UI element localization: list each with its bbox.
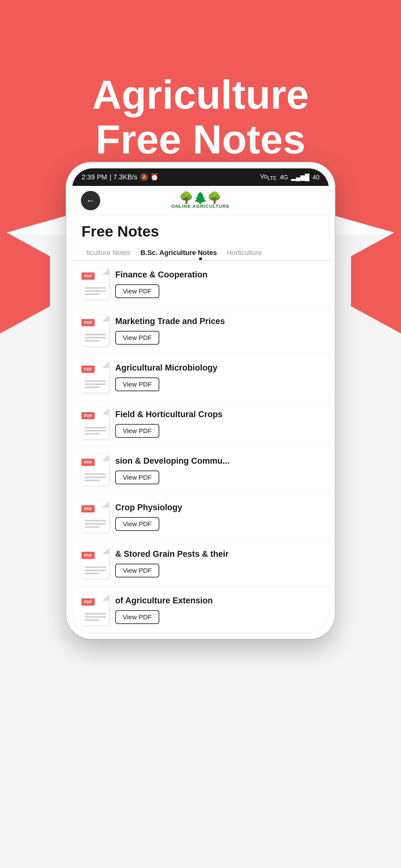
pdf-badge: PDF	[81, 319, 95, 326]
list-item: PDF Agricultural Microbiology View PDF	[72, 354, 329, 400]
pdf-line	[85, 430, 106, 432]
pdf-line	[85, 526, 100, 528]
tabs-container: ticulture Notes B.Sc. Agriculture Notes …	[72, 240, 329, 260]
view-pdf-button[interactable]: View PDF	[115, 610, 159, 624]
item-title: sion & Developing Commu...	[115, 456, 320, 466]
pdf-line	[85, 287, 106, 289]
pdf-line	[85, 573, 100, 574]
pdf-line	[85, 523, 106, 525]
pdf-line	[85, 520, 106, 522]
pdf-icon: PDF	[81, 315, 109, 346]
pdf-corner	[102, 594, 109, 601]
pdf-lines	[85, 520, 106, 528]
list-item: PDF sion & Developing Commu... View PDF	[72, 447, 329, 493]
pdf-icon: PDF	[81, 268, 109, 299]
pdf-corner	[102, 268, 109, 275]
tab-active-indicator	[199, 257, 202, 260]
pdf-badge: PDF	[81, 552, 95, 559]
logo-text: ONLINE AGRICULTURE	[171, 204, 230, 209]
pdf-badge: PDF	[81, 505, 95, 513]
tab-horticulture[interactable]: Horticulture	[222, 246, 267, 260]
pdf-badge: PDF	[81, 598, 95, 606]
pdf-line	[85, 566, 106, 568]
pdf-line	[85, 380, 106, 382]
pdf-line	[85, 334, 106, 335]
view-pdf-button[interactable]: View PDF	[115, 284, 159, 298]
wing-right	[351, 219, 401, 344]
logo-trees-icon: 🌳🌲🌳	[179, 192, 222, 204]
pdf-line	[85, 337, 106, 338]
logo: 🌳🌲🌳 ONLINE AGRICULTURE	[171, 192, 230, 209]
item-content: Finance & Cooperation View PDF	[115, 269, 320, 298]
item-title: Field & Horticultural Crops	[115, 409, 320, 420]
pdf-lines	[85, 334, 106, 342]
pdf-corner	[102, 501, 109, 508]
status-icons: 🔕 ⏰	[140, 173, 159, 181]
list-item: PDF Marketing Trade and Prices View PDF	[72, 307, 329, 354]
back-button[interactable]: ←	[81, 191, 100, 210]
pdf-line	[85, 569, 106, 571]
list-item: PDF Field & Horticultural Crops View PDF	[72, 400, 329, 447]
pdf-line	[85, 479, 100, 481]
hero-title: Agriculture Free Notes	[92, 72, 308, 162]
pdf-line	[85, 433, 100, 435]
notes-list: PDF Finance & Cooperation View PDF	[72, 260, 329, 633]
list-item: PDF of Agriculture Extension View PDF	[72, 587, 329, 633]
pdf-icon: PDF	[81, 548, 109, 579]
pdf-line	[85, 476, 106, 478]
tab-horticulture-notes[interactable]: ticulture Notes	[81, 246, 136, 260]
pdf-line	[85, 386, 100, 388]
phone-outer: 2:39 PM | 7.3KB/s 🔕 ⏰ VoLTE 4G ▂▄▆█ 40 ←	[66, 162, 335, 639]
pdf-corner	[102, 454, 109, 461]
view-pdf-button[interactable]: View PDF	[115, 377, 159, 391]
pdf-line	[85, 613, 106, 615]
pdf-line	[85, 340, 100, 342]
pdf-lines	[85, 566, 106, 574]
pdf-lines	[85, 287, 106, 295]
pdf-icon: PDF	[81, 594, 109, 625]
pdf-line	[85, 619, 100, 621]
pdf-icon: PDF	[81, 361, 109, 393]
item-content: & Stored Grain Pests & their View PDF	[115, 549, 320, 577]
status-speed: | 7.3KB/s	[110, 173, 137, 181]
pdf-line	[85, 473, 106, 475]
pdf-badge: PDF	[81, 273, 95, 280]
phone-inner: 2:39 PM | 7.3KB/s 🔕 ⏰ VoLTE 4G ▂▄▆█ 40 ←	[72, 168, 329, 633]
item-content: of Agriculture Extension View PDF	[115, 595, 320, 624]
app-header: ← 🌳🌲🌳 ONLINE AGRICULTURE	[72, 186, 329, 215]
pdf-line	[85, 383, 106, 385]
wing-left	[0, 219, 50, 344]
list-item: PDF Crop Physiology View PDF	[72, 493, 329, 540]
status-bar: 2:39 PM | 7.3KB/s 🔕 ⏰ VoLTE 4G ▂▄▆█ 40	[72, 168, 329, 186]
pdf-lines	[85, 473, 106, 481]
network-type: 4G	[280, 174, 288, 181]
list-item: PDF Finance & Cooperation View PDF	[72, 260, 329, 307]
item-content: Field & Horticultural Crops View PDF	[115, 409, 320, 437]
signal-bars: ▂▄▆█	[291, 174, 309, 181]
item-content: Crop Physiology View PDF	[115, 502, 320, 531]
pdf-icon: PDF	[81, 501, 109, 532]
pdf-line	[85, 427, 106, 428]
page-title: Free Notes	[72, 215, 329, 240]
pdf-line	[85, 290, 106, 292]
view-pdf-button[interactable]: View PDF	[115, 517, 159, 531]
pdf-corner	[102, 548, 109, 554]
pdf-line	[85, 293, 100, 295]
pdf-icon: PDF	[81, 408, 109, 439]
view-pdf-button[interactable]: View PDF	[115, 331, 159, 345]
item-title: Marketing Trade and Prices	[115, 316, 320, 327]
status-left: 2:39 PM | 7.3KB/s 🔕 ⏰	[81, 173, 159, 181]
pdf-lines	[85, 380, 106, 388]
pdf-corner	[102, 408, 109, 415]
pdf-corner	[102, 315, 109, 321]
view-pdf-button[interactable]: View PDF	[115, 424, 159, 438]
tab-bsc-agriculture[interactable]: B.Sc. Agriculture Notes	[136, 246, 222, 260]
pdf-badge: PDF	[81, 412, 95, 419]
item-title: & Stored Grain Pests & their	[115, 549, 320, 560]
view-pdf-button[interactable]: View PDF	[115, 564, 159, 578]
item-title: Finance & Cooperation	[115, 269, 320, 280]
item-content: Marketing Trade and Prices View PDF	[115, 316, 320, 344]
view-pdf-button[interactable]: View PDF	[115, 470, 159, 484]
item-title: Agricultural Microbiology	[115, 363, 320, 373]
status-right: VoLTE 4G ▂▄▆█ 40	[260, 173, 320, 182]
